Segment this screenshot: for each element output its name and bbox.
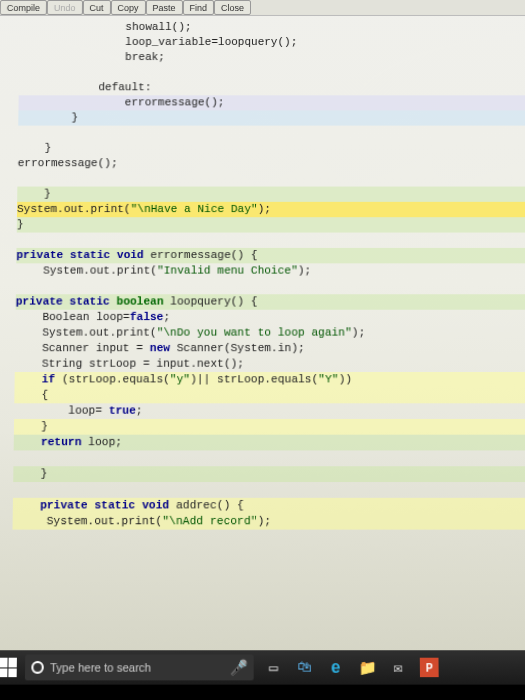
- undo-button[interactable]: Undo: [47, 0, 83, 15]
- mail-icon[interactable]: ✉: [387, 656, 410, 680]
- code-line: [18, 126, 525, 141]
- code-line: private static void addrec() {: [13, 498, 525, 514]
- code-line: private static boolean loopquery() {: [16, 294, 525, 309]
- file-explorer-icon[interactable]: 📁: [355, 656, 378, 680]
- code-line: Scanner input = new Scanner(System.in);: [15, 341, 525, 357]
- code-line: [17, 171, 525, 186]
- search-placeholder: Type here to search: [50, 661, 151, 674]
- find-button[interactable]: Find: [183, 0, 215, 15]
- code-line: loop= true;: [14, 403, 525, 419]
- close-button[interactable]: Close: [214, 0, 251, 15]
- edge-icon[interactable]: e: [324, 656, 347, 680]
- code-line: return loop;: [14, 435, 525, 451]
- start-button[interactable]: [0, 658, 17, 677]
- code-line: System.out.print("\nHave a Nice Day");: [17, 202, 525, 217]
- paste-button[interactable]: Paste: [145, 0, 182, 15]
- code-line: [16, 233, 525, 248]
- code-line: [13, 450, 525, 466]
- code-line: System.out.print("Invalid menu Choice");: [16, 263, 525, 278]
- code-line: }: [14, 419, 525, 435]
- code-line: [13, 482, 525, 498]
- code-line: }: [17, 217, 525, 232]
- code-line: default:: [19, 80, 525, 95]
- code-line: [16, 279, 525, 294]
- powerpoint-icon[interactable]: P: [418, 656, 441, 680]
- code-line: break;: [19, 50, 525, 65]
- code-line: private static void errormessage() {: [16, 248, 525, 263]
- code-line: Boolean loop=false;: [15, 310, 525, 326]
- toolbar: Compile Undo Cut Copy Paste Find Close: [0, 0, 525, 16]
- code-line: loop_variable=loopquery();: [19, 35, 525, 50]
- code-line: errormessage();: [18, 95, 525, 110]
- search-icon: [31, 661, 44, 674]
- code-line: String strLoop = input.next();: [15, 356, 525, 372]
- code-line: System.out.print("\nDo you want to loop …: [15, 325, 525, 341]
- code-editor[interactable]: showall(); loop_variable=loopquery(); br…: [0, 16, 525, 530]
- code-line: }: [17, 187, 525, 202]
- code-line: [19, 65, 525, 80]
- code-line: }: [18, 110, 525, 125]
- windows-taskbar: Type here to search 🎤 ▭ 🛍 e 📁 ✉ P: [0, 650, 525, 684]
- code-line: }: [18, 141, 525, 156]
- mic-icon[interactable]: 🎤: [230, 659, 248, 676]
- laptop-bezel: [0, 685, 525, 700]
- code-line: showall();: [20, 20, 525, 35]
- code-line: if (strLoop.equals("y")|| strLoop.equals…: [15, 372, 525, 388]
- copy-button[interactable]: Copy: [110, 0, 145, 15]
- code-line: }: [13, 466, 525, 482]
- code-line: {: [14, 388, 525, 404]
- task-view-icon[interactable]: ▭: [262, 656, 285, 680]
- cut-button[interactable]: Cut: [82, 0, 110, 15]
- taskbar-search[interactable]: Type here to search 🎤: [25, 655, 254, 681]
- code-line: errormessage();: [18, 156, 525, 171]
- compile-button[interactable]: Compile: [0, 0, 47, 15]
- code-line: System.out.print("\nAdd record");: [13, 514, 525, 530]
- store-icon[interactable]: 🛍: [293, 656, 316, 680]
